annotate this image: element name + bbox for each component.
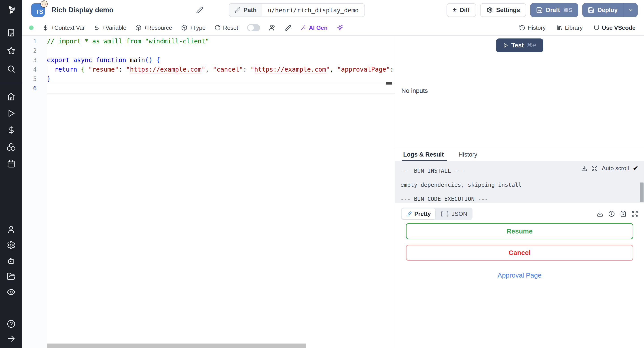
favorites-star-icon[interactable] [6,46,16,56]
typescript-badge-label: TS [36,8,45,17]
auto-scroll-checkbox[interactable]: ✔ [633,164,638,172]
eye-icon[interactable] [6,287,16,297]
vscode-cat-icon [594,24,600,31]
log-line: --- BUN CODE EXECUTION --- [400,192,639,203]
cancel-button[interactable]: Cancel [406,245,633,261]
path-pencil-icon [234,7,240,13]
info-icon[interactable] [608,210,615,217]
refresh-icon [214,24,221,31]
help-icon[interactable] [6,319,16,329]
json-braces-icon: { } [440,211,450,217]
copy-clipboard-icon[interactable] [620,210,626,217]
code-editor[interactable]: 1 2 3 4 5 6 // import * as wmill from "w… [22,36,395,348]
library-button[interactable]: Library [556,24,582,31]
bottom-tabs: Logs & Result History [395,148,644,161]
no-inputs-text: No inputs [402,87,428,94]
status-dot [29,26,34,30]
workers-bot-icon[interactable] [6,256,16,266]
bun-emoji-icon [40,0,48,8]
code-line-3: export async function main() { [47,56,395,65]
draft-button[interactable]: Draft ⌘S [530,3,578,17]
play-icon [502,42,508,48]
users-icon[interactable] [269,24,276,31]
save-icon [536,7,543,14]
download-logs-icon[interactable] [581,165,588,172]
add-type-button[interactable]: +Type [181,24,206,31]
add-context-var-button[interactable]: +Context Var [42,24,85,31]
resources-boxes-icon[interactable] [6,142,16,152]
use-vscode-button[interactable]: Use VScode [594,24,636,31]
multiplayer-toggle[interactable] [247,24,260,31]
settings-gear-icon[interactable] [6,240,16,250]
sparkles-icon[interactable] [336,24,343,31]
code-area[interactable]: // import * as wmill from "windmill-clie… [47,36,395,348]
horizontal-scrollbar[interactable] [47,344,306,348]
add-variable-button[interactable]: +Variable [94,24,126,31]
format-brush-icon[interactable] [285,24,291,31]
logs-result-section: Logs & Result History --- BUN INSTALL --… [395,148,644,348]
expand-logs-icon[interactable] [592,165,598,172]
editor-toolbar: +Context Var +Variable +Resource +Type R… [22,20,644,36]
use-vscode-label: Use VScode [602,24,636,31]
variables-dollar-icon[interactable] [6,125,16,135]
auto-scroll-label: Auto scroll [602,165,629,172]
deploy-button-label: Deploy [598,7,618,14]
deploy-dropdown-button[interactable] [623,3,638,17]
download-result-icon[interactable] [596,210,603,217]
library-icon [556,24,562,31]
test-shortcut: ⌘↵ [527,42,537,48]
line-number: 1 [22,37,47,46]
diff-button[interactable]: ± Diff [446,3,476,17]
path-field[interactable]: Path u/henri/rich_display_demo [229,3,365,17]
schedules-calendar-icon[interactable] [6,159,16,169]
dollar-icon [42,24,49,31]
run-panel: Test ⌘↵ No inputs Logs & Result History … [395,36,644,348]
history-label: History [528,24,546,31]
logs-viewer[interactable]: --- BUN INSTALL --- empty dependencies, … [395,161,644,203]
windmill-logo-icon[interactable] [5,4,18,16]
home-icon[interactable] [6,92,16,102]
view-pretty-button[interactable]: Pretty [402,208,435,219]
user-icon[interactable] [6,224,16,234]
code-line-6 [47,84,395,93]
wand-sparkles-icon [300,24,306,31]
settings-button-label: Settings [496,7,520,14]
history-button[interactable]: History [519,24,546,31]
code-line-5: } [47,74,395,84]
ai-gen-button[interactable]: AI Gen [300,24,328,31]
log-line: empty dependencies, skipping install [400,178,639,192]
path-value[interactable]: u/henri/rich_display_demo [262,4,364,16]
search-icon[interactable] [6,64,16,74]
test-button[interactable]: Test ⌘↵ [496,38,544,52]
settings-button[interactable]: Settings [480,3,526,17]
diff-button-label: Diff [460,7,470,14]
expand-sidebar-arrow-icon[interactable] [6,334,16,344]
runs-play-icon[interactable] [6,108,16,118]
package-icon [135,24,142,31]
view-pretty-label: Pretty [414,210,431,218]
sidebar [0,0,22,348]
inputs-section: Test ⌘↵ No inputs [395,36,644,148]
tab-history[interactable]: History [459,148,478,161]
add-resource-button[interactable]: +Resource [135,24,172,31]
chevron-down-icon [628,7,634,13]
edit-summary-pencil-icon[interactable] [195,6,204,14]
draft-shortcut: ⌘S [563,7,572,14]
fullscreen-result-icon[interactable] [632,210,638,217]
diff-icon: ± [453,7,456,14]
approval-page-link[interactable]: Approval Page [401,272,638,279]
line-number: 4 [22,65,47,74]
editor-gutter: 1 2 3 4 5 6 [22,36,47,348]
resume-button[interactable]: Resume [406,223,633,239]
folder-open-icon[interactable] [6,272,16,281]
add-context-var-label: +Context Var [51,24,85,31]
view-json-button[interactable]: { } JSON [435,208,472,219]
workspace-building-icon[interactable] [6,28,16,38]
logs-scrollbar[interactable] [640,182,644,202]
deploy-button[interactable]: Deploy [582,3,623,17]
tab-logs-result[interactable]: Logs & Result [403,148,444,161]
path-field-prefix: Path [229,4,262,16]
reset-button[interactable]: Reset [214,24,238,31]
save-icon [588,7,594,14]
ai-gen-label: AI Gen [309,24,328,31]
